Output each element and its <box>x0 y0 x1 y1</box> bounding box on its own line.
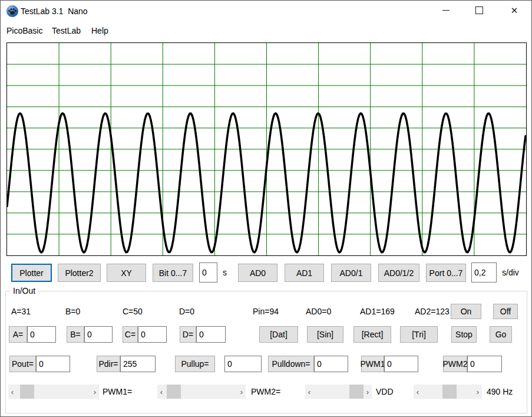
var-c-label: C= <box>123 326 138 343</box>
status-c: C=50 <box>123 304 143 319</box>
status-d: D=0 <box>179 304 194 319</box>
minimize-icon <box>442 10 450 11</box>
title-bar: TestLab 3.1 Nano ✕ <box>1 1 531 22</box>
var-d-input[interactable] <box>196 326 226 343</box>
var-b-input[interactable] <box>84 326 113 343</box>
pdir-input[interactable] <box>120 356 156 372</box>
rect-button[interactable]: [Rect] <box>353 326 391 343</box>
bit07-button[interactable]: Bit 0...7 <box>153 264 193 282</box>
scroll-right-icon[interactable]: › <box>474 385 482 399</box>
pdir-label: Pdir= <box>97 356 120 372</box>
plotter-button[interactable]: Plotter <box>11 264 52 282</box>
plotter2-button[interactable]: Plotter2 <box>58 264 101 282</box>
menu-help[interactable]: Help <box>91 25 108 37</box>
pwm1-input[interactable] <box>384 356 418 372</box>
ad01-button[interactable]: AD0/1 <box>331 264 371 282</box>
pout-input[interactable] <box>36 356 70 372</box>
sdiv-unit-label: s/div <box>502 262 519 283</box>
window-title: TestLab 3.1 Nano <box>21 6 88 16</box>
pullup-input[interactable] <box>224 356 262 372</box>
var-d-label: D= <box>180 326 196 343</box>
off-button[interactable]: Off <box>493 304 518 319</box>
app-window: TestLab 3.1 Nano ✕ PicoBasic TestLab Hel… <box>0 0 532 417</box>
menu-testlab[interactable]: TestLab <box>52 25 81 37</box>
tri-button[interactable]: [Tri] <box>400 326 438 343</box>
scroll-left-icon[interactable]: ‹ <box>8 385 16 399</box>
freq-scrollbar-thumb[interactable] <box>442 385 457 399</box>
pwm2-scrollbar[interactable]: ‹ › <box>157 385 246 399</box>
var-a-label: A= <box>9 326 27 343</box>
vdd-scrollbar[interactable]: ‹ › <box>305 385 372 399</box>
go-button[interactable]: Go <box>490 326 512 343</box>
pwm2-input[interactable] <box>467 356 502 372</box>
scroll-left-icon[interactable]: ‹ <box>414 385 422 399</box>
ad1-button[interactable]: AD1 <box>285 264 324 282</box>
freq-scrollbar[interactable]: ‹ › <box>414 385 482 399</box>
status-a: A=31 <box>11 304 31 319</box>
ad012-button[interactable]: AD0/1/2 <box>378 264 419 282</box>
sdiv-input[interactable] <box>471 262 497 283</box>
stop-button[interactable]: Stop <box>451 326 477 343</box>
sin-button[interactable]: [Sin] <box>307 326 343 343</box>
close-icon: ✕ <box>511 6 518 15</box>
vdd-scrollbar-thumb[interactable] <box>349 385 364 399</box>
ad0-button[interactable]: AD0 <box>238 264 277 282</box>
var-b-label: B= <box>67 326 84 343</box>
status-pin: Pin=94 <box>253 304 279 319</box>
dat-button[interactable]: [Dat] <box>259 326 298 343</box>
var-c-input[interactable] <box>138 326 167 343</box>
pwm1-slider-label: PWM1= <box>103 385 132 399</box>
pout-label: Pout= <box>9 356 36 372</box>
xy-button[interactable]: XY <box>107 264 146 282</box>
status-b: B=0 <box>65 304 80 319</box>
port07-button[interactable]: Port 0...7 <box>426 264 466 282</box>
scroll-left-icon[interactable]: ‹ <box>157 385 166 399</box>
waveform-canvas <box>7 43 526 255</box>
on-button[interactable]: On <box>451 304 481 319</box>
pwm2-label: PWM2 <box>443 356 467 372</box>
inout-group-label: In/Out <box>10 286 38 295</box>
scroll-right-icon[interactable]: › <box>91 385 99 399</box>
status-ad0: AD0=0 <box>306 304 331 319</box>
maximize-button[interactable] <box>465 1 493 19</box>
pwm1-label: PWM1 <box>361 356 384 372</box>
oscilloscope-plot <box>6 42 527 256</box>
time-input[interactable] <box>199 262 217 283</box>
var-a-input[interactable] <box>27 326 56 343</box>
paw-icon <box>6 5 19 18</box>
maximize-icon <box>475 6 483 14</box>
pulldown-input[interactable] <box>314 356 348 372</box>
freq-slider-label: 490 Hz <box>487 385 513 399</box>
scroll-right-icon[interactable]: › <box>364 385 372 399</box>
pwm1-scrollbar-thumb[interactable] <box>20 385 34 399</box>
time-unit-label: s <box>223 262 227 283</box>
status-ad1: AD1=169 <box>360 304 395 319</box>
menu-picobasic[interactable]: PicoBasic <box>6 25 42 37</box>
vdd-slider-label: VDD <box>376 385 394 399</box>
pwm2-slider-label: PWM2= <box>251 385 280 399</box>
pullup-label: Pullup= <box>175 356 215 372</box>
close-button[interactable]: ✕ <box>501 1 528 19</box>
pwm2-scrollbar-thumb[interactable] <box>167 385 181 399</box>
pulldown-label: Pulldown= <box>268 356 314 372</box>
minimize-button[interactable] <box>432 1 460 19</box>
pwm1-scrollbar[interactable]: ‹ › <box>8 385 99 399</box>
scroll-right-icon[interactable]: › <box>237 385 246 399</box>
status-ad2: AD2=123 <box>415 304 450 319</box>
scroll-left-icon[interactable]: ‹ <box>305 385 313 399</box>
